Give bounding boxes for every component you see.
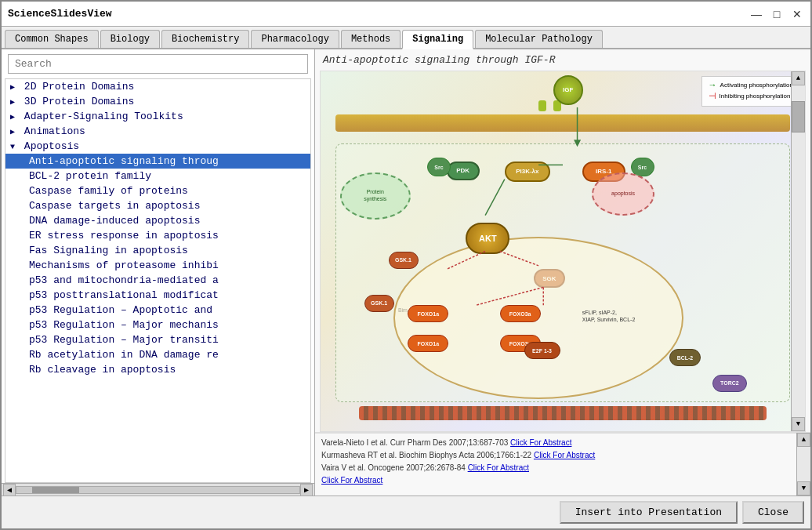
left-panel: ▶ 2D Protein Domains ▶ 3D Protein Domain… <box>2 49 315 496</box>
node-gsk1: GSK.1 <box>389 252 419 269</box>
tab-signaling[interactable]: Signaling <box>402 30 473 49</box>
scroll-thumb[interactable] <box>32 487 79 493</box>
ref-4-link[interactable]: Click For Abstract <box>321 476 382 485</box>
expand-arrow: ▶ <box>10 112 15 122</box>
legend: → Activating phosphorylation ⊣ Inhibitin… <box>701 76 800 107</box>
tree-item-fas-signaling[interactable]: Fas Signaling in apoptosis <box>5 243 310 258</box>
node-src1: Src <box>427 158 451 176</box>
node-apoptosis: apoptosis <box>592 172 654 216</box>
node-torc2: TORC2 <box>712 375 747 392</box>
ref-1: Varela-Nieto I et al. Curr Pharm Des 200… <box>321 437 790 449</box>
references-panel: Varela-Nieto I et al. Curr Pharm Des 200… <box>315 433 796 496</box>
close-button-main[interactable]: Close <box>742 501 804 524</box>
expand-arrow: ▼ <box>10 143 15 151</box>
tree-item-2d-protein-domains[interactable]: ▶ 2D Protein Domains <box>5 79 310 94</box>
ref-1-link[interactable]: Click For Abstract <box>510 438 571 447</box>
scroll-track[interactable] <box>16 486 300 494</box>
tree-item-dna-damage[interactable]: DNA damage-induced apoptosis <box>5 213 310 228</box>
tree-item-animations[interactable]: ▶ Animations <box>5 124 310 139</box>
tree-item-rb-acetylation[interactable]: Rb acetylation in DNA damage re <box>5 347 310 362</box>
ref-2-link[interactable]: Click For Abstract <box>534 451 595 459</box>
expand-arrow: ▶ <box>10 82 15 92</box>
tree-item-p53-regulation-transiti[interactable]: p53 Regulation – Major transiti <box>5 332 310 347</box>
node-pdk: PDK <box>447 162 480 180</box>
scroll-right-arrow[interactable]: ▶ <box>300 484 313 496</box>
expand-arrow: ▶ <box>10 97 15 107</box>
tree-item-p53-regulation-apoptotic[interactable]: p53 Regulation – Apoptotic and <box>5 303 310 318</box>
diagram-title: Anti-apoptotic signaling through IGF-R <box>315 49 810 71</box>
scroll-left-arrow[interactable]: ◀ <box>3 484 16 496</box>
expand-arrow: ▶ <box>10 127 15 136</box>
tab-common-shapes[interactable]: Common Shapes <box>5 30 99 48</box>
insert-button[interactable]: Insert into Presentation <box>560 501 738 524</box>
tab-methods[interactable]: Methods <box>341 30 401 48</box>
scroll-thumb-v[interactable] <box>792 101 805 132</box>
node-foxo3a: FOXO3a <box>500 305 541 322</box>
scroll-track-v[interactable] <box>792 85 805 417</box>
scroll-up-btn[interactable]: ▲ <box>792 71 805 85</box>
ref-scrollbar: ▲ ▼ <box>796 433 810 496</box>
right-panel: Anti-apoptotic signaling through IGF-R <box>315 49 810 496</box>
tree-item-3d-protein-domains[interactable]: ▶ 3D Protein Domains <box>5 94 310 109</box>
references-section: Varela-Nieto I et al. Curr Pharm Des 200… <box>315 432 810 496</box>
flip-survivin-label: sFLIP, sIAP-2,XIAP, Survivin, BCL-2 <box>582 309 636 323</box>
tree-item-caspase-targets[interactable]: Caspase targets in apoptosis <box>5 198 310 213</box>
scroll-down-btn[interactable]: ▼ <box>792 417 805 431</box>
node-protein-synthesis: Proteinsynthesis <box>340 172 411 220</box>
tree-item-p53-mitochondria[interactable]: p53 and mitochondria-mediated a <box>5 273 310 288</box>
ref-2: Kurmasheva RT et al. Biochim Biophys Act… <box>321 449 790 462</box>
legend-inhibiting: ⊣ Inhibiting phosphorylation <box>709 91 793 101</box>
membrane-top <box>335 114 791 132</box>
window-controls: — □ ✕ <box>749 7 804 21</box>
tree-item-p53-regulation-major-mech[interactable]: p53 Regulation – Major mechanis <box>5 318 310 332</box>
title-bar: ScienceSlidesView — □ ✕ <box>2 2 810 27</box>
tab-molecular-pathology[interactable]: Molecular Pathology <box>475 30 603 48</box>
tab-pharmacology[interactable]: Pharmacology <box>251 30 339 48</box>
close-button[interactable]: ✕ <box>790 7 804 21</box>
ref-scroll-track[interactable] <box>797 447 810 481</box>
igfr-spike1 <box>538 100 546 111</box>
tree-item-caspase-family[interactable]: Caspase family of proteins <box>5 183 310 198</box>
ref-3-link[interactable]: Click For Abstract <box>468 463 529 472</box>
ref-3: Vaira V et al. Oncogene 2007;26:2678-84 … <box>321 462 790 474</box>
horizontal-scrollbar[interactable]: ◀ ▶ <box>2 483 314 496</box>
tab-biology[interactable]: Biology <box>100 30 160 48</box>
tree-item-er-stress[interactable]: ER stress response in apoptosis <box>5 228 310 243</box>
diagram-scrollbar: ▲ ▼ <box>791 71 805 431</box>
tree-item-p53-posttranslational[interactable]: p53 posttranslational modificat <box>5 288 310 303</box>
diagram-image: IGF PDK PI3K-λx IRS-1 <box>321 71 805 431</box>
legend-activating: → Activating phosphorylation <box>709 80 793 89</box>
tabs-bar: Common Shapes Biology Biochemistry Pharm… <box>2 27 810 49</box>
tree-item-rb-cleavage[interactable]: Rb cleavage in apoptosis <box>5 362 310 377</box>
main-area: ▶ 2D Protein Domains ▶ 3D Protein Domain… <box>2 49 810 496</box>
tab-biochemistry[interactable]: Biochemistry <box>161 30 249 48</box>
search-input[interactable] <box>8 54 308 74</box>
tree-container: ▶ 2D Protein Domains ▶ 3D Protein Domain… <box>5 78 311 483</box>
ref-scroll-down[interactable]: ▼ <box>797 481 810 496</box>
tree-item-bcl2[interactable]: BCL-2 protein family <box>5 169 310 183</box>
window-title: ScienceSlidesView <box>8 8 112 20</box>
app-window: ScienceSlidesView — □ ✕ Common Shapes Bi… <box>0 0 812 530</box>
node-foxo1a-nucleus: FOXO1a <box>408 335 448 352</box>
node-e2f: E2F 1-3 <box>524 342 560 359</box>
membrane-bottom <box>359 406 766 420</box>
diagram-area: IGF PDK PI3K-λx IRS-1 <box>320 71 806 432</box>
node-bcl2: BCL-2 <box>669 349 701 366</box>
node-foxo1a: FOXO1a <box>408 305 448 322</box>
tree-item-anti-apoptotic[interactable]: Anti-apoptotic signaling throug <box>5 154 310 169</box>
minimize-button[interactable]: — <box>749 7 763 21</box>
tree-item-apoptosis[interactable]: ▼ Apoptosis <box>5 139 310 154</box>
node-igf: IGF <box>553 75 583 105</box>
ref-scroll-up[interactable]: ▲ <box>797 433 810 447</box>
maximize-button[interactable]: □ <box>770 7 784 21</box>
tree-item-adapter-signaling[interactable]: ▶ Adapter-Signaling Toolkits <box>5 109 310 124</box>
node-pi3k: PI3K-λx <box>505 162 550 182</box>
node-gsk2: GSK.1 <box>364 295 394 312</box>
ref-4: Click For Abstract <box>321 474 790 487</box>
tree-item-proteasome[interactable]: Mechanisms of proteasome inhibi <box>5 258 310 273</box>
node-akt: AKT <box>466 223 509 254</box>
bottom-bar: Insert into Presentation Close <box>2 496 810 528</box>
